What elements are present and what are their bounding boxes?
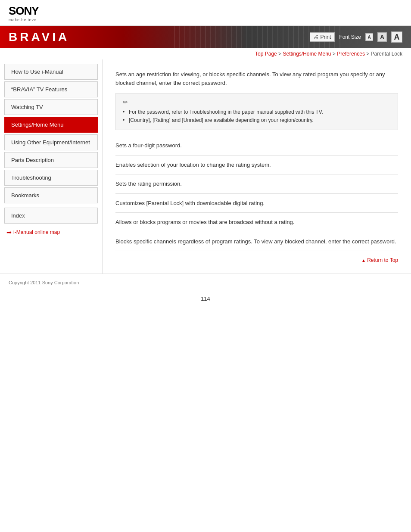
sony-brand: SONY bbox=[9, 4, 39, 18]
sidebar-item-index[interactable]: Index bbox=[4, 208, 98, 224]
sidebar-online-map-link[interactable]: ➡ i-Manual online map bbox=[0, 225, 102, 239]
print-button[interactable]: 🖨 Print bbox=[310, 32, 335, 42]
breadcrumb-sep3: > bbox=[365, 51, 371, 57]
page-footer: Copyright 2011 Sony Corporation bbox=[0, 274, 411, 291]
font-size-medium-button[interactable]: A bbox=[377, 32, 387, 42]
sidebar-item-using-other-equipment[interactable]: Using Other Equipment/Internet bbox=[4, 134, 98, 150]
section-item-2: Enables selection of your location to ch… bbox=[115, 156, 398, 175]
note-item-1: For the password, refer to Troubleshooti… bbox=[123, 108, 391, 116]
font-size-large-button[interactable]: A bbox=[391, 31, 402, 43]
breadcrumb-current: Parental Lock bbox=[371, 51, 402, 57]
section-item-6: Blocks specific channels regardless of p… bbox=[115, 232, 398, 252]
sidebar-item-how-to-use[interactable]: How to Use i-Manual bbox=[4, 64, 98, 80]
breadcrumb-preferences[interactable]: Preferences bbox=[337, 51, 365, 57]
arrow-right-icon: ➡ bbox=[6, 229, 12, 236]
banner-controls: 🖨 Print Font Size A A A bbox=[310, 31, 402, 43]
note-icon: ✏ bbox=[123, 99, 391, 106]
main-content: Sets an age restriction for viewing, or … bbox=[103, 59, 411, 274]
breadcrumb: Top Page > Settings/Home Menu > Preferen… bbox=[0, 48, 411, 59]
note-box: ✏ For the password, refer to Troubleshoo… bbox=[115, 93, 398, 130]
bravia-banner: BRAVIA 🖨 Print Font Size A A A bbox=[0, 26, 411, 48]
font-size-small-button[interactable]: A bbox=[365, 33, 373, 41]
print-icon: 🖨 bbox=[314, 34, 319, 40]
triangle-up-icon: ▲ bbox=[361, 258, 366, 263]
note-list: For the password, refer to Troubleshooti… bbox=[123, 108, 391, 124]
return-to-top-link[interactable]: ▲ Return to Top bbox=[361, 257, 398, 263]
note-item-2: [Country], [Rating] and [Unrated] are av… bbox=[123, 116, 391, 124]
main-layout: How to Use i-Manual “BRAVIA” TV Features… bbox=[0, 59, 411, 274]
sidebar-item-bookmarks[interactable]: Bookmarks bbox=[4, 187, 98, 203]
sidebar-item-settings-home-menu[interactable]: Settings/Home Menu bbox=[4, 117, 98, 133]
return-to-top: ▲ Return to Top bbox=[115, 251, 398, 265]
page-number: 114 bbox=[0, 291, 411, 306]
breadcrumb-sep2: > bbox=[331, 51, 337, 57]
print-label: Print bbox=[321, 34, 331, 40]
content-top-divider bbox=[115, 64, 398, 64]
copyright-text: Copyright 2011 Sony Corporation bbox=[9, 280, 79, 285]
top-header: SONY make.believe bbox=[0, 0, 411, 26]
breadcrumb-sep1: > bbox=[277, 51, 283, 57]
breadcrumb-top-page[interactable]: Top Page bbox=[255, 51, 277, 57]
sidebar-item-parts-description[interactable]: Parts Description bbox=[4, 152, 98, 168]
sidebar-item-bravia-features[interactable]: “BRAVIA” TV Features bbox=[4, 81, 98, 97]
section-item-5: Allows or blocks programs or movies that… bbox=[115, 213, 398, 232]
bravia-title: BRAVIA bbox=[9, 30, 69, 44]
sidebar: How to Use i-Manual “BRAVIA” TV Features… bbox=[0, 59, 103, 274]
sidebar-item-watching-tv[interactable]: Watching TV bbox=[4, 99, 98, 115]
make-believe-tagline: make.believe bbox=[9, 18, 37, 22]
online-map-link-text[interactable]: i-Manual online map bbox=[13, 229, 60, 235]
bottom-area bbox=[0, 306, 411, 392]
font-size-label: Font Size bbox=[339, 34, 361, 40]
sony-logo: SONY make.believe bbox=[9, 4, 402, 22]
section-item-1: Sets a four-digit password. bbox=[115, 136, 398, 156]
section-item-3: Sets the rating permission. bbox=[115, 174, 398, 194]
sidebar-item-troubleshooting[interactable]: Troubleshooting bbox=[4, 170, 98, 186]
section-item-4: Customizes [Parental Lock] with download… bbox=[115, 194, 398, 213]
content-intro-text: Sets an age restriction for viewing, or … bbox=[115, 70, 398, 87]
breadcrumb-settings-home[interactable]: Settings/Home Menu bbox=[283, 51, 331, 57]
